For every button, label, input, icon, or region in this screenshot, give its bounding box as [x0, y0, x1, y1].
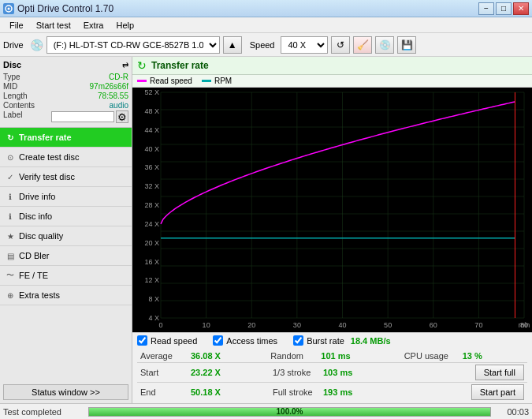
status-window-button[interactable]: Status window >>	[3, 384, 128, 400]
access-times-check-label: Access times	[226, 336, 277, 346]
save-button[interactable]: 💾	[397, 36, 416, 54]
menubar: File Start test Extra Help	[0, 17, 532, 33]
cpu-label: CPU usage	[404, 351, 459, 361]
disc-label-settings-button[interactable]: ⚙	[116, 110, 128, 123]
disc-info-icon: ℹ	[5, 211, 16, 222]
average-value: 36.08 X	[191, 351, 221, 361]
disc-panel: Disc ⇄ Type CD-R MID 97m26s66f Length 78…	[0, 57, 132, 128]
transfer-rate-icon: ↻	[5, 132, 16, 143]
menu-file[interactable]: File	[3, 19, 30, 32]
nav-cd-bler[interactable]: ▤ CD Bler	[0, 246, 132, 266]
nav-create-test-disc-label: Create test disc	[19, 152, 79, 162]
verify-test-disc-icon: ✓	[5, 171, 16, 182]
disc-type-label: Type	[3, 73, 20, 81]
cpu-value: 13 %	[463, 351, 482, 361]
disc-quality-icon: ★	[5, 230, 16, 241]
nav-extra-tests-label: Extra tests	[19, 290, 60, 300]
nav-extra-tests[interactable]: ⊕ Extra tests	[0, 286, 132, 305]
nav-disc-quality[interactable]: ★ Disc quality	[0, 226, 132, 246]
speed-select[interactable]: 40 X	[281, 36, 328, 54]
progress-bar-container: 100.0%	[88, 407, 491, 417]
burst-rate-check: Burst rate 18.4 MB/s	[293, 335, 390, 346]
stroke1-value: 103 ms	[323, 368, 352, 377]
speed-label: Speed	[250, 40, 275, 50]
start-part-button[interactable]: Start part	[471, 384, 524, 400]
nav-drive-info[interactable]: ℹ Drive info	[0, 187, 132, 207]
titlebar: Opti Drive Control 1.70 − □ ✕	[0, 0, 532, 17]
end-label: End	[140, 387, 188, 397]
maximize-button[interactable]: □	[496, 2, 512, 15]
drive-info-icon: ℹ	[5, 191, 16, 202]
read-speed-checkbox[interactable]	[137, 335, 147, 346]
burst-rate-checkbox[interactable]	[293, 335, 303, 346]
status-text: Test completed	[3, 407, 82, 417]
content-area: ↻ Transfer rate Read speed RPM Read spee…	[132, 57, 532, 403]
disc-contents-row: Contents audio	[3, 101, 128, 110]
nav-verify-test-disc[interactable]: ✓ Verify test disc	[0, 167, 132, 187]
burst-rate-check-label: Burst rate	[307, 336, 344, 346]
legend-rpm-label: RPM	[214, 77, 232, 85]
eject-button[interactable]: ▲	[223, 36, 242, 54]
nav-drive-info-label: Drive info	[19, 192, 55, 201]
end-value: 50.18 X	[191, 387, 221, 397]
disc-label-label: Label	[3, 110, 22, 123]
disc-type-row: Type CD-R	[3, 73, 128, 81]
disc-arrow[interactable]: ⇄	[122, 61, 128, 69]
menu-extra[interactable]: Extra	[77, 19, 110, 32]
disc-mid-label: MID	[3, 82, 17, 91]
legend-read-speed: Read speed	[137, 77, 192, 85]
nav-fe-te-label: FE / TE	[19, 271, 48, 280]
drive-icon: 💿	[30, 39, 43, 51]
access-times-check: Access times	[213, 335, 277, 346]
nav-disc-info-label: Disc info	[19, 211, 52, 221]
burst-value: 18.4 MB/s	[351, 336, 391, 346]
disc-mid-value: 97m26s66f	[90, 82, 128, 91]
progress-text: 100.0%	[89, 408, 490, 416]
sidebar: Disc ⇄ Type CD-R MID 97m26s66f Length 78…	[0, 57, 132, 403]
drive-select[interactable]: (F:) HL-DT-ST CD-RW GCE-8527B 1.04	[47, 36, 220, 54]
main-layout: Disc ⇄ Type CD-R MID 97m26s66f Length 78…	[0, 57, 532, 403]
disc-type-value: CD-R	[109, 73, 128, 81]
disc-length-row: Length 78:58.55	[3, 92, 128, 100]
minimize-button[interactable]: −	[478, 2, 494, 15]
menu-help[interactable]: Help	[110, 19, 140, 32]
stats-area: Average 36.08 X Random 101 ms CPU usage …	[132, 348, 532, 403]
burn-button[interactable]: 💿	[375, 36, 394, 54]
random-value: 101 ms	[321, 351, 350, 361]
nav-transfer-rate[interactable]: ↻ Transfer rate	[0, 128, 132, 148]
full-stroke-label: Full stroke	[273, 387, 320, 397]
time-display: 00:03	[497, 407, 529, 417]
nav-disc-quality-label: Disc quality	[19, 231, 63, 241]
refresh-button[interactable]: ↺	[331, 36, 350, 54]
read-speed-check-label: Read speed	[151, 336, 197, 346]
fe-te-icon: 〜	[5, 270, 16, 281]
cd-bler-icon: ▤	[5, 250, 16, 261]
menu-start-test[interactable]: Start test	[30, 19, 77, 32]
disc-length-label: Length	[3, 92, 28, 100]
erase-button[interactable]: 🧹	[353, 36, 372, 54]
app-icon	[3, 3, 14, 14]
start-value: 23.22 X	[191, 368, 221, 377]
disc-label-input[interactable]	[51, 111, 114, 122]
disc-mid-row: MID 97m26s66f	[3, 82, 128, 91]
nav-disc-info[interactable]: ℹ Disc info	[0, 207, 132, 226]
chart-canvas	[132, 88, 532, 332]
checkbox-row: Read speed Access times Burst rate 18.4 …	[132, 332, 532, 348]
close-button[interactable]: ✕	[513, 2, 529, 15]
window-title: Opti Drive Control 1.70	[17, 3, 113, 14]
access-times-checkbox[interactable]	[213, 335, 223, 346]
nav-create-test-disc[interactable]: ⊙ Create test disc	[0, 148, 132, 167]
legend-rpm: RPM	[202, 77, 232, 85]
start-full-button[interactable]: Start full	[475, 365, 524, 380]
stroke1-label: 1/3 stroke	[273, 368, 320, 377]
nav-cd-bler-label: CD Bler	[19, 251, 50, 260]
full-stroke-value: 193 ms	[323, 387, 352, 397]
chart-header: ↻ Transfer rate	[132, 57, 532, 75]
disc-label-row: Label ⚙	[3, 110, 128, 123]
titlebar-left: Opti Drive Control 1.70	[3, 3, 113, 14]
create-test-disc-icon: ⊙	[5, 152, 16, 163]
read-speed-check: Read speed	[137, 335, 197, 346]
nav-fe-te[interactable]: 〜 FE / TE	[0, 266, 132, 286]
nav-verify-test-disc-label: Verify test disc	[19, 172, 75, 181]
legend-read-speed-label: Read speed	[150, 77, 192, 85]
